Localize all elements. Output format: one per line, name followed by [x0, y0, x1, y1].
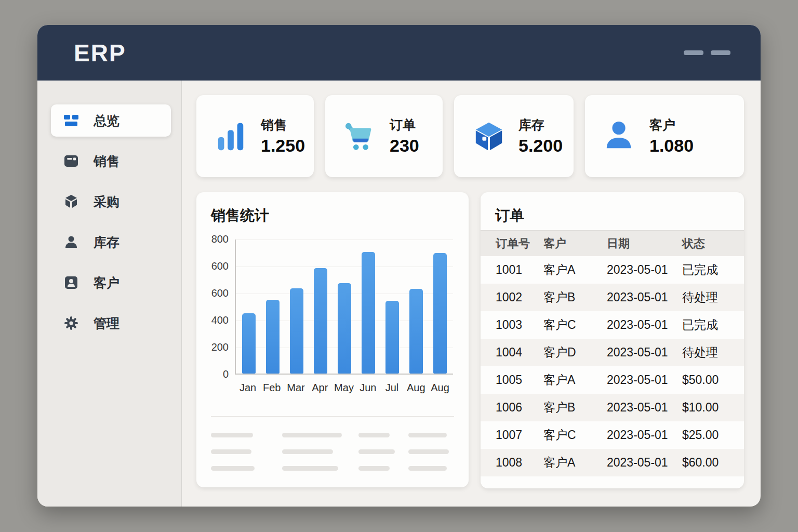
stat-value: 1.080 [649, 136, 694, 156]
person-icon [63, 234, 79, 250]
table-row[interactable]: 1003 客户C 2023-05-01 已完成 [481, 311, 744, 339]
bar-feb [266, 300, 280, 374]
app-header: ERP [37, 25, 761, 81]
sidebar-item-sales[interactable]: 销售 [51, 145, 171, 177]
stat-value: 1.250 [261, 136, 305, 156]
cube-icon [63, 194, 79, 209]
y-axis-tick: 600 [196, 287, 229, 299]
table-row[interactable]: 1004 客户D 2023-05-01 待处理 [481, 339, 744, 366]
sidebar-item-overview[interactable]: 总览 [51, 104, 171, 137]
bar-apr [314, 268, 327, 374]
dashboard-icon [63, 113, 79, 128]
sidebar-item-procurement[interactable]: 采购 [51, 185, 171, 218]
cell-customer: 客户A [543, 372, 607, 388]
sales-card-icon [63, 153, 79, 169]
stat-value: 230 [390, 136, 419, 156]
cell-date: 2023-05-01 [607, 263, 682, 277]
skeleton-line [282, 466, 338, 471]
maximize-button[interactable] [711, 50, 730, 55]
stat-label: 客户 [649, 116, 694, 134]
cell-order-id: 1002 [481, 290, 543, 304]
column-header-order-id: 订单号 [481, 236, 543, 251]
cell-status: 待处理 [682, 344, 744, 361]
sidebar-item-settings[interactable]: 管理 [51, 307, 171, 339]
cell-order-id: 1003 [481, 318, 543, 332]
table-row[interactable]: 1005 客户A 2023-05-01 $50.00 [481, 366, 744, 394]
divider [211, 416, 454, 417]
cell-order-id: 1005 [481, 373, 543, 387]
gear-icon [63, 315, 79, 331]
sidebar-item-label: 销售 [94, 153, 119, 170]
contact-badge-icon [63, 275, 79, 290]
x-axis-tick: Jul [380, 382, 404, 394]
skeleton-line [211, 449, 251, 454]
cell-status: $60.00 [682, 456, 744, 470]
bar-jun [362, 252, 375, 374]
table-body: 1001 客户A 2023-05-01 已完成 1002 客户B 2023-05… [481, 256, 744, 476]
stat-card-customers[interactable]: 客户 1.080 [585, 95, 744, 177]
orders-table-card: 订单 订单号 客户 日期 状态 1001 客户A 2023-05-01 已完成 [481, 192, 744, 488]
cell-customer: 客户A [543, 455, 607, 471]
column-header-status: 状态 [682, 236, 744, 251]
sidebar-item-inventory[interactable]: 库存 [51, 226, 171, 258]
cell-order-id: 1004 [481, 345, 543, 360]
bar-mar [290, 288, 303, 374]
cell-status: 已完成 [682, 262, 744, 278]
column-header-date: 日期 [607, 236, 682, 251]
table-row[interactable]: 1007 客户C 2023-05-01 $25.00 [481, 421, 744, 449]
sales-chart-card: 销售统计 800 600 600 400 200 0 [196, 192, 469, 487]
x-axis-tick: May [332, 382, 356, 394]
shopping-cart-icon [344, 120, 376, 152]
cell-customer: 客户D [543, 344, 607, 361]
skeleton-line [408, 449, 449, 454]
skeleton-line [282, 449, 333, 454]
cell-date: 2023-05-01 [607, 318, 682, 332]
minimize-button[interactable] [684, 50, 703, 55]
skeleton-line [358, 449, 395, 454]
cell-date: 2023-05-01 [607, 456, 682, 470]
table-row[interactable]: 1006 客户B 2023-05-01 $10.00 [481, 394, 744, 421]
stat-card-sales[interactable]: 销售 1.250 [196, 95, 314, 177]
cell-order-id: 1006 [481, 401, 543, 415]
x-axis-labels: Jan Feb Mar Apr May Jun Jul Aug Aug [235, 382, 453, 394]
x-axis-tick: Aug [404, 382, 428, 394]
x-axis-tick: Jan [236, 382, 260, 394]
column-header-customer: 客户 [543, 236, 607, 251]
sidebar-item-label: 采购 [94, 193, 119, 210]
y-axis-tick: 0 [196, 368, 229, 380]
table-row[interactable]: 1002 客户B 2023-05-01 待处理 [481, 284, 744, 311]
skeleton-line [358, 466, 390, 471]
cell-date: 2023-05-01 [607, 345, 682, 360]
main-content: 销售 1.250 [182, 81, 761, 507]
sidebar-item-label: 管理 [94, 315, 119, 332]
skeleton-line [408, 466, 447, 471]
cell-order-id: 1008 [481, 456, 543, 470]
x-axis-tick: Mar [284, 382, 308, 394]
stats-row: 销售 1.250 [196, 95, 744, 177]
stat-label: 订单 [390, 116, 419, 134]
cell-status: $25.00 [682, 428, 744, 442]
cell-order-id: 1001 [481, 263, 543, 277]
bar-chart-icon [215, 120, 247, 152]
y-axis-tick: 800 [196, 233, 229, 245]
table-row[interactable]: 1008 客户A 2023-05-01 $60.00 [481, 449, 744, 476]
sidebar-item-label: 总览 [94, 112, 119, 129]
x-axis-tick: Feb [260, 382, 284, 394]
x-axis-tick: Jun [356, 382, 380, 394]
bar-jul [385, 301, 399, 374]
chart-title: 销售统计 [211, 206, 269, 225]
bar-aug [409, 289, 423, 374]
app-logo: ERP [74, 39, 126, 67]
bar-aug-2 [433, 253, 447, 374]
skeleton-line [211, 466, 255, 471]
cell-customer: 客户C [543, 317, 607, 333]
bar-chart-plot-area [235, 240, 453, 375]
stat-card-inventory[interactable]: 库存 5.200 [454, 95, 574, 177]
sidebar-item-customers[interactable]: 客户 [51, 267, 171, 299]
table-row[interactable]: 1001 客户A 2023-05-01 已完成 [481, 256, 744, 284]
skeleton-line [211, 433, 253, 437]
stat-card-orders[interactable]: 订单 230 [325, 95, 443, 177]
cell-date: 2023-05-01 [607, 373, 682, 387]
cell-status: 已完成 [682, 317, 744, 333]
cell-status: $50.00 [682, 373, 744, 387]
